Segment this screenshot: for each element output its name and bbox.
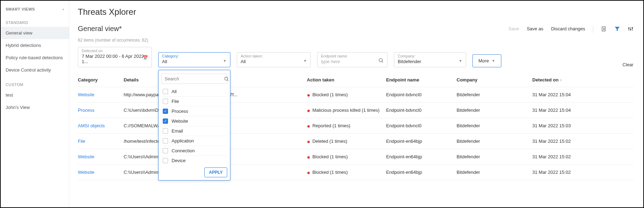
checkbox[interactable] xyxy=(163,128,168,134)
apply-button[interactable]: APPLY xyxy=(204,167,227,177)
sidebar-item[interactable]: General view xyxy=(1,27,69,39)
sidebar-item[interactable]: test xyxy=(1,89,69,101)
checkbox[interactable] xyxy=(163,148,168,153)
cell-category[interactable]: File xyxy=(78,139,124,144)
more-filters-button[interactable]: More ▼ xyxy=(472,54,501,67)
chevron-down-icon: ▼ xyxy=(303,59,307,62)
divider xyxy=(593,25,593,33)
col-action-taken[interactable]: Action taken xyxy=(307,77,386,82)
dropdown-option[interactable]: Application xyxy=(161,136,227,146)
status-dot-icon: ● xyxy=(307,92,310,98)
svg-point-5 xyxy=(379,58,382,61)
sidebar-item[interactable]: Device Control activity xyxy=(1,64,69,76)
cell-company: Bitdefender xyxy=(457,154,532,159)
sidebar-section-standard: STANDARD xyxy=(1,14,69,27)
cell-category[interactable]: Website xyxy=(78,170,124,175)
dropdown-option[interactable]: Connection xyxy=(161,146,227,155)
filter-icon[interactable] xyxy=(614,26,620,32)
export-icon[interactable] xyxy=(601,26,607,32)
filter-company[interactable]: Company: Bitdefender ▼ xyxy=(394,52,466,67)
dropdown-option-label: All xyxy=(172,89,177,94)
filter-endpoint-name[interactable]: Endpoint name type here xyxy=(317,52,388,67)
cell-endpoint: Endpoint-bdvncl0 xyxy=(386,123,457,128)
dropdown-option[interactable]: ✓Website xyxy=(161,116,227,126)
cell-category[interactable]: Website xyxy=(78,154,124,159)
dropdown-option[interactable]: Device xyxy=(161,155,227,165)
sidebar-title: SMART VIEWS xyxy=(6,7,35,11)
status-dot-icon: ● xyxy=(307,123,310,129)
col-company[interactable]: Company xyxy=(457,77,532,82)
dropdown-option[interactable]: File xyxy=(161,96,227,106)
filter-category[interactable]: Category: All ▼ xyxy=(158,52,230,67)
dropdown-search[interactable] xyxy=(161,74,227,84)
dropdown-option[interactable]: All xyxy=(161,87,227,96)
cell-endpoint: Endpoint-en64bjp xyxy=(386,139,457,144)
col-category[interactable]: Category xyxy=(78,77,124,82)
category-dropdown: AllFile✓Process✓WebsiteEmailApplicationC… xyxy=(158,70,230,181)
discard-button[interactable]: Discard changes xyxy=(551,26,585,31)
cell-category[interactable]: Website xyxy=(78,92,124,97)
svg-point-1 xyxy=(628,27,630,29)
checkbox[interactable] xyxy=(163,138,168,143)
filter-label: Company: xyxy=(398,54,462,58)
cell-company: Bitdefender xyxy=(457,92,532,97)
col-detected-on[interactable]: Detected on↑ xyxy=(532,77,603,82)
cell-action-taken: ●Blocked (1 times) xyxy=(307,92,386,97)
sort-asc-icon: ↑ xyxy=(560,78,562,82)
settings-icon[interactable] xyxy=(628,26,633,32)
svg-point-4 xyxy=(225,77,228,80)
dropdown-option[interactable]: Email xyxy=(161,126,227,136)
filter-value: All xyxy=(162,59,167,64)
dropdown-option[interactable]: ✓Process xyxy=(161,106,227,116)
save-as-button[interactable]: Save as xyxy=(527,26,543,31)
sidebar-section-custom: CUSTOM xyxy=(1,76,69,89)
col-endpoint-name[interactable]: Endpoint name xyxy=(386,77,457,82)
dropdown-option-label: Application xyxy=(172,138,194,143)
filter-row: Detected on 7 Mar 2022 00:00 - 6 Apr 202… xyxy=(78,47,633,67)
clear-filters[interactable]: Clear xyxy=(623,62,633,67)
cell-detected-on: 31 Mar 2022 15:04 xyxy=(532,108,603,113)
cell-endpoint: Endpoint-bdvncl0 xyxy=(386,92,457,97)
checkbox[interactable] xyxy=(163,99,168,104)
dropdown-option-label: Process xyxy=(172,109,188,114)
dropdown-search-input[interactable] xyxy=(165,76,224,81)
status-dot-icon: ● xyxy=(307,170,310,176)
sidebar-header: SMART VIEWS ‹ xyxy=(1,4,69,14)
checkbox[interactable] xyxy=(163,158,168,163)
page-title: Threats Xplorer xyxy=(78,7,633,17)
sidebar-item[interactable]: Hybrid detections xyxy=(1,39,69,51)
svg-point-3 xyxy=(632,27,633,28)
dropdown-option-label: File xyxy=(172,99,179,104)
cell-category[interactable]: AMSI objects xyxy=(78,123,124,128)
collapse-icon[interactable]: ‹ xyxy=(63,7,64,11)
filter-value: 7 Mar 2022 00:00 - 6 Apr 2022 1... xyxy=(82,54,144,64)
save-button[interactable]: Save xyxy=(509,26,519,31)
view-actions: Save Save as Discard changes xyxy=(509,25,633,33)
search-icon[interactable] xyxy=(224,77,229,81)
checkbox[interactable]: ✓ xyxy=(163,118,168,124)
dropdown-option-label: Connection xyxy=(172,148,195,153)
cell-detected-on: 31 Mar 2022 15:02 xyxy=(532,170,603,175)
chevron-down-icon: ▼ xyxy=(459,59,462,62)
filter-action-taken[interactable]: Action taken: All ▼ xyxy=(237,52,311,67)
checkbox[interactable]: ✓ xyxy=(163,109,168,114)
calendar-icon[interactable]: 📅 xyxy=(142,55,148,60)
cell-company: Bitdefender xyxy=(457,139,532,144)
cell-detected-on: 31 Mar 2022 15:02 xyxy=(532,154,603,159)
filter-label: Category: xyxy=(162,54,227,58)
search-icon[interactable] xyxy=(378,58,384,63)
checkbox[interactable] xyxy=(163,89,168,94)
sidebar-item[interactable]: Policy rule-based detections xyxy=(1,51,69,64)
filter-value: All xyxy=(241,59,246,64)
cell-endpoint: Endpoint-en64bjp xyxy=(386,154,457,159)
status-dot-icon: ● xyxy=(307,139,310,145)
filter-placeholder: type here xyxy=(321,59,340,64)
cell-category[interactable]: Process xyxy=(78,108,124,113)
filter-detected-on[interactable]: Detected on 7 Mar 2022 00:00 - 6 Apr 202… xyxy=(78,47,152,67)
more-label: More xyxy=(478,58,489,63)
cell-endpoint: Endpoint-bdvncl0 xyxy=(386,108,457,113)
chevron-down-icon: ▼ xyxy=(223,59,227,62)
cell-company: Bitdefender xyxy=(457,123,532,128)
sidebar-item[interactable]: John's View xyxy=(1,101,69,114)
cell-detected-on: 31 Mar 2022 15:02 xyxy=(532,139,603,144)
